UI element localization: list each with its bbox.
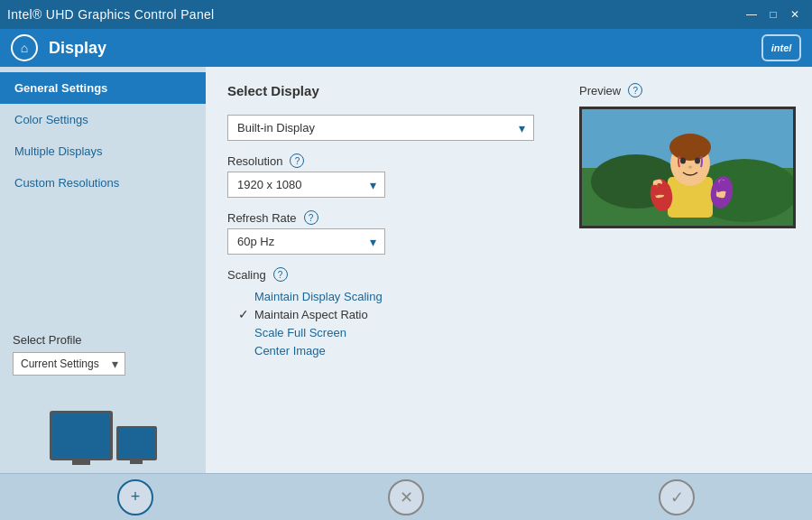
cancel-button[interactable]: ✕ bbox=[388, 479, 424, 515]
monitor-big-icon bbox=[50, 411, 113, 460]
monitor-image bbox=[0, 383, 206, 473]
profile-select[interactable]: Current Settings bbox=[13, 352, 125, 376]
refresh-rate-label: Refresh Rate bbox=[227, 211, 297, 225]
scaling-maintain-display-scaling[interactable]: Maintain Display Scaling bbox=[238, 287, 561, 305]
select-profile-label: Select Profile bbox=[13, 333, 193, 347]
intel-logo-text: intel bbox=[771, 42, 792, 53]
preview-section-header: Preview ? bbox=[579, 83, 796, 98]
home-button[interactable]: ⌂ bbox=[11, 34, 38, 61]
sidebar-item-label: Color Settings bbox=[14, 113, 88, 126]
home-icon: ⌂ bbox=[21, 41, 28, 55]
svg-point-8 bbox=[695, 158, 700, 164]
title-bar: Intel® UHD Graphics Control Panel — □ ✕ bbox=[0, 0, 812, 29]
preview-image-svg bbox=[582, 109, 796, 228]
maintain-aspect-ratio-label: Maintain Aspect Ratio bbox=[254, 308, 368, 321]
right-column: Preview ? bbox=[579, 83, 796, 359]
svg-point-9 bbox=[688, 166, 692, 169]
sidebar-item-custom-resolutions[interactable]: Custom Resolutions bbox=[0, 167, 206, 199]
maintain-display-scaling-link[interactable]: Maintain Display Scaling bbox=[254, 290, 383, 303]
resolution-row: Resolution ? bbox=[227, 153, 561, 168]
refresh-rate-row: Refresh Rate ? bbox=[227, 210, 561, 225]
preview-help-icon[interactable]: ? bbox=[628, 83, 642, 98]
sidebar-item-general-settings[interactable]: General Settings bbox=[0, 72, 206, 104]
cancel-icon: ✕ bbox=[400, 488, 413, 507]
sidebar: General Settings Color Settings Multiple… bbox=[0, 67, 206, 473]
scaling-center-image[interactable]: Center Image bbox=[238, 341, 561, 359]
select-profile-section: Select Profile Current Settings ▾ bbox=[0, 322, 206, 383]
maintain-display-scaling-checkmark bbox=[238, 289, 251, 303]
scaling-row: Scaling ? bbox=[227, 267, 561, 282]
scaling-options: Maintain Display Scaling ✓ Maintain Aspe… bbox=[227, 287, 561, 359]
resolution-select[interactable]: 1920 x 1080 1600 x 900 1280 x 720 bbox=[227, 172, 385, 198]
svg-point-6 bbox=[669, 134, 711, 161]
select-display-label: Select Display bbox=[227, 83, 561, 98]
intel-logo: intel bbox=[761, 34, 801, 61]
scale-full-screen-checkmark bbox=[238, 325, 251, 339]
add-button[interactable]: + bbox=[117, 479, 153, 515]
monitor-small-icon bbox=[116, 426, 157, 460]
resolution-help-icon[interactable]: ? bbox=[290, 153, 304, 168]
window-controls: — □ ✕ bbox=[742, 5, 805, 23]
refresh-rate-dropdown-wrapper: 60p Hz 30p Hz ▾ bbox=[227, 228, 385, 255]
window-title: Intel® UHD Graphics Control Panel bbox=[7, 7, 215, 22]
close-button[interactable]: ✕ bbox=[785, 5, 805, 23]
header-bar: ⌂ Display intel bbox=[0, 29, 812, 67]
scaling-maintain-aspect-ratio[interactable]: ✓ Maintain Aspect Ratio bbox=[238, 305, 561, 323]
sidebar-item-label: Custom Resolutions bbox=[14, 176, 119, 190]
maintain-aspect-ratio-checkmark: ✓ bbox=[238, 307, 251, 321]
add-icon: + bbox=[131, 488, 141, 506]
apply-icon: ✓ bbox=[670, 488, 684, 507]
sidebar-item-multiple-displays[interactable]: Multiple Displays bbox=[0, 135, 206, 167]
refresh-rate-select[interactable]: 60p Hz 30p Hz bbox=[227, 228, 385, 255]
content-columns: Select Display Built-in Display ▾ Resolu… bbox=[227, 83, 790, 359]
center-image-link[interactable]: Center Image bbox=[254, 344, 326, 358]
apply-button[interactable]: ✓ bbox=[659, 479, 695, 515]
minimize-button[interactable]: — bbox=[742, 5, 761, 23]
resolution-dropdown-wrapper: 1920 x 1080 1600 x 900 1280 x 720 ▾ bbox=[227, 172, 385, 198]
content-area: Select Display Built-in Display ▾ Resolu… bbox=[206, 67, 812, 473]
scale-full-screen-link[interactable]: Scale Full Screen bbox=[254, 326, 346, 339]
svg-point-7 bbox=[680, 158, 686, 164]
main-layout: General Settings Color Settings Multiple… bbox=[0, 67, 812, 473]
footer: + ✕ ✓ bbox=[0, 473, 812, 520]
refresh-rate-help-icon[interactable]: ? bbox=[304, 210, 318, 225]
left-column: Select Display Built-in Display ▾ Resolu… bbox=[227, 83, 561, 359]
center-image-checkmark bbox=[238, 343, 251, 358]
preview-label: Preview bbox=[579, 84, 621, 98]
resolution-label: Resolution bbox=[227, 154, 282, 168]
scaling-scale-full-screen[interactable]: Scale Full Screen bbox=[238, 323, 561, 341]
sidebar-item-color-settings[interactable]: Color Settings bbox=[0, 104, 206, 135]
maximize-button[interactable]: □ bbox=[763, 5, 783, 23]
profile-dropdown-wrapper: Current Settings ▾ bbox=[13, 352, 125, 376]
section-title: Display bbox=[49, 39, 106, 58]
sidebar-item-label: Multiple Displays bbox=[14, 144, 103, 158]
preview-image bbox=[579, 107, 796, 228]
scaling-help-icon[interactable]: ? bbox=[273, 267, 288, 282]
display-dropdown-wrapper: Built-in Display ▾ bbox=[227, 115, 534, 141]
display-select[interactable]: Built-in Display bbox=[227, 115, 534, 141]
scaling-label: Scaling bbox=[227, 268, 266, 282]
sidebar-item-label: General Settings bbox=[14, 81, 107, 95]
